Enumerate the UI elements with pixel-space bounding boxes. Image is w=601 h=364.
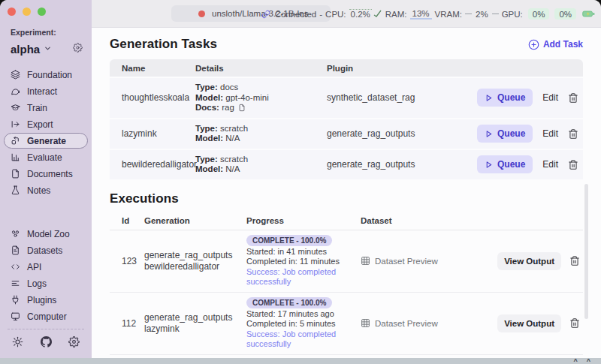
- sidebar-item-export[interactable]: Export: [4, 116, 88, 132]
- edit-task-link[interactable]: Edit: [542, 92, 558, 103]
- dataset-preview-link[interactable]: Dataset Preview: [361, 318, 496, 328]
- gpu-label: GPU:: [502, 10, 523, 19]
- queue-label: Queue: [497, 92, 525, 103]
- system-status-bar: Connected - CPU: 0.2% RAM: 13% VRAM: 2% …: [261, 0, 595, 28]
- detail-docs-label: Docs:: [195, 103, 219, 112]
- queue-button[interactable]: Queue: [477, 155, 533, 173]
- delete-execution-button[interactable]: [569, 317, 580, 329]
- window-controls: [0, 0, 92, 16]
- ram-value: 13%: [410, 9, 432, 20]
- layers-icon: [11, 70, 20, 80]
- column-header-plugin: Plugin: [327, 64, 463, 73]
- started-text: Started: 17 minutes ago: [246, 309, 361, 320]
- sidebar-item-datasets[interactable]: Datasets: [4, 242, 88, 258]
- dataset-preview-label: Dataset Preview: [375, 257, 438, 266]
- plug-icon: [11, 295, 20, 305]
- experiment-name-dropdown[interactable]: alpha: [11, 43, 40, 56]
- task-plugin: generate_rag_outputs: [327, 159, 463, 170]
- delete-execution-button[interactable]: [569, 255, 580, 266]
- sidebar: Experiment: alpha Foundation Interact Tr…: [0, 0, 92, 358]
- sidebar-item-evaluate[interactable]: Evaluate: [4, 149, 88, 165]
- sidebar-item-generate[interactable]: Generate: [4, 133, 88, 149]
- connected-label: Connected: [275, 10, 317, 19]
- main-content: Generation Tasks Add Task Name Details P…: [92, 28, 601, 358]
- add-task-button[interactable]: Add Task: [528, 39, 583, 50]
- sidebar-item-label: Foundation: [27, 70, 72, 80]
- minimize-window-button[interactable]: [23, 8, 31, 16]
- task-row: lazymink Type: scratch Model: N/A genera…: [110, 118, 583, 149]
- grid-icon: [361, 318, 370, 328]
- sidebar-item-label: Logs: [27, 278, 47, 289]
- chevron-down-icon[interactable]: [44, 42, 52, 56]
- model-status-dot-icon: [198, 11, 205, 17]
- sidebar-item-label: Export: [27, 119, 53, 130]
- play-icon: [485, 130, 493, 138]
- sidebar-item-logs[interactable]: Logs: [4, 275, 88, 291]
- detail-docs-value: rag: [222, 103, 234, 112]
- doc-file-icon: [238, 104, 246, 112]
- delete-task-button[interactable]: [568, 92, 578, 104]
- view-output-button[interactable]: View Output: [497, 252, 561, 270]
- queue-label: Queue: [497, 159, 525, 170]
- vertical-scrollbar[interactable]: [584, 184, 588, 319]
- edit-task-link[interactable]: Edit: [542, 128, 558, 139]
- titlebar: unsloth/Llama-3.2-1B-Ins Connected - CPU…: [92, 0, 601, 28]
- task-name: bewilderedalligator: [122, 159, 195, 170]
- detail-type-value: scratch: [220, 124, 248, 133]
- code-brackets-icon: [11, 262, 20, 272]
- secondary-nav: Model Zoo Datasets API Logs Plugins Comp…: [0, 226, 92, 324]
- vram-value: 2%: [475, 10, 489, 19]
- sidebar-item-computer[interactable]: Computer: [4, 308, 88, 324]
- status-separator: -: [319, 10, 322, 19]
- sidebar-item-interact[interactable]: Interact: [4, 83, 88, 99]
- sidebar-item-model-zoo[interactable]: Model Zoo: [4, 226, 88, 242]
- column-header-details: Details: [195, 64, 327, 73]
- theme-toggle-sun-icon[interactable]: [12, 336, 23, 350]
- settings-gear-icon[interactable]: [68, 336, 80, 350]
- bar-chart-icon: [11, 152, 20, 162]
- experiment-label: Experiment:: [11, 28, 83, 37]
- task-name: lazymink: [122, 128, 195, 139]
- sidebar-item-documents[interactable]: Documents: [4, 166, 88, 182]
- success-text: Success: Job completed successfully: [246, 329, 361, 350]
- cpu-label: CPU:: [325, 10, 346, 19]
- sidebar-item-api[interactable]: API: [4, 259, 88, 275]
- log-lines-icon: [11, 278, 20, 288]
- zoom-window-button[interactable]: [38, 8, 46, 16]
- sidebar-item-notes[interactable]: Notes: [4, 182, 88, 198]
- queue-button[interactable]: Queue: [477, 125, 533, 143]
- sidebar-item-label: Plugins: [27, 295, 56, 305]
- sidebar-item-train[interactable]: Train: [4, 100, 88, 116]
- play-icon: [485, 94, 493, 102]
- page-title: Generation Tasks: [110, 37, 217, 52]
- started-text: Started: in 41 minutes: [246, 247, 361, 257]
- completed-text: Completed in: 5 minutes: [246, 319, 361, 329]
- sidebar-item-label: Evaluate: [27, 152, 62, 163]
- ram-label: RAM:: [385, 10, 407, 19]
- delete-task-button[interactable]: [568, 128, 578, 140]
- plus-circle-icon: [528, 39, 539, 50]
- file-text-icon: [11, 245, 20, 255]
- experiment-settings-gear-icon[interactable]: [73, 42, 83, 56]
- trash-icon: [568, 159, 578, 170]
- edit-task-link[interactable]: Edit: [542, 159, 558, 170]
- trash-icon: [569, 317, 580, 329]
- queue-button[interactable]: Queue: [477, 89, 533, 107]
- sidebar-item-foundation[interactable]: Foundation: [4, 67, 88, 83]
- task-details: Type: scratch Model: N/A: [195, 124, 327, 144]
- chat-bubble-icon: [11, 86, 20, 96]
- success-text: Success: Job completed successfully: [246, 267, 361, 287]
- monitor-icon: [11, 311, 20, 321]
- close-window-button[interactable]: [8, 8, 16, 16]
- detail-model-value: gpt-4o-mini: [225, 93, 269, 102]
- detail-type-label: Type:: [195, 124, 218, 133]
- executions-section: Executions Id Generation Progress Datase…: [110, 191, 583, 359]
- view-output-button[interactable]: View Output: [497, 314, 561, 332]
- delete-task-button[interactable]: [568, 159, 578, 170]
- column-header-id: Id: [122, 216, 144, 225]
- dataset-preview-link[interactable]: Dataset Preview: [361, 256, 496, 266]
- sidebar-item-plugins[interactable]: Plugins: [4, 292, 88, 308]
- vram-sparkline-icon: [492, 14, 499, 14]
- github-icon[interactable]: [41, 336, 52, 350]
- task-details: Type: docs Model: gpt-4o-mini Docs: rag: [195, 83, 327, 113]
